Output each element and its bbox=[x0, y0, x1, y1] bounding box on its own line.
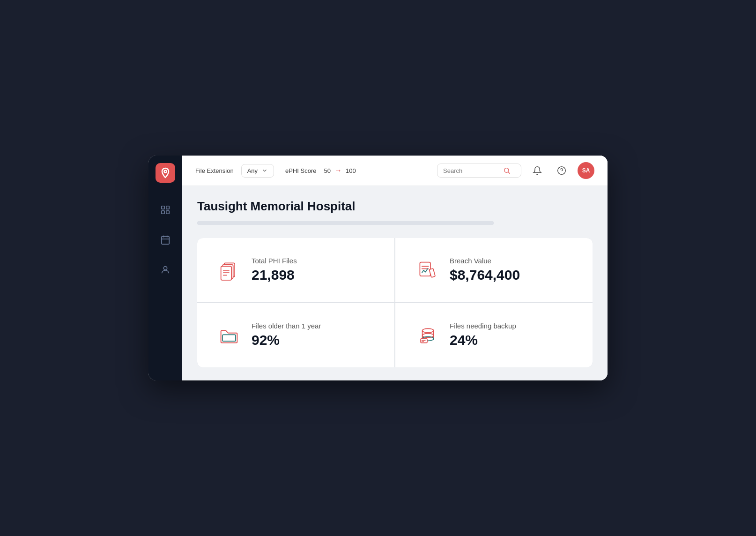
svg-rect-5 bbox=[162, 237, 170, 245]
page-title: Tausight Memorial Hospital bbox=[197, 199, 593, 214]
help-icon bbox=[557, 166, 566, 175]
stat-card-files-backup: Files needing backup 24% bbox=[395, 303, 593, 367]
stat-label-files-older: Files older than 1 year bbox=[252, 322, 321, 330]
ephi-score-label: ePHI Score bbox=[285, 167, 316, 174]
backup-icon bbox=[414, 322, 440, 349]
file-extension-label: File Extension bbox=[195, 167, 234, 174]
stat-label-breach: Breach Value bbox=[450, 257, 520, 265]
stat-card-total-phi-files: Total PHI Files 21,898 bbox=[197, 238, 394, 302]
ephi-max: 100 bbox=[346, 167, 356, 174]
stat-value-breach: $8,764,400 bbox=[450, 267, 520, 283]
sidebar-item-users[interactable] bbox=[156, 261, 175, 279]
notifications-button[interactable] bbox=[529, 162, 546, 179]
progress-bar bbox=[197, 221, 494, 225]
svg-point-26 bbox=[422, 328, 434, 333]
svg-rect-3 bbox=[162, 211, 164, 214]
stat-label-files-backup: Files needing backup bbox=[450, 322, 516, 330]
topbar-icons: SA bbox=[529, 162, 594, 179]
content-area: Tausight Memorial Hospital bbox=[182, 186, 608, 380]
stat-info-total-phi: Total PHI Files 21,898 bbox=[252, 257, 297, 283]
svg-point-12 bbox=[558, 167, 566, 175]
svg-rect-29 bbox=[421, 338, 427, 342]
stat-card-files-older: Files older than 1 year 92% bbox=[197, 303, 394, 367]
user-avatar[interactable]: SA bbox=[578, 162, 594, 179]
svg-rect-2 bbox=[166, 206, 169, 209]
ephi-range: 50 → 100 bbox=[324, 166, 356, 175]
search-icon bbox=[503, 167, 511, 174]
bell-icon bbox=[533, 166, 542, 175]
stat-info-breach: Breach Value $8,764,400 bbox=[450, 257, 520, 283]
topbar: File Extension Any ePHI Score 50 → 100 bbox=[182, 156, 608, 186]
search-box[interactable] bbox=[437, 164, 521, 178]
chevron-down-icon bbox=[261, 167, 268, 174]
sidebar bbox=[148, 156, 182, 380]
svg-rect-25 bbox=[222, 335, 236, 341]
stat-card-breach-value: Breach Value $8,764,400 bbox=[395, 238, 593, 302]
main-content: File Extension Any ePHI Score 50 → 100 bbox=[182, 156, 608, 380]
sidebar-item-dashboard[interactable] bbox=[156, 201, 175, 219]
stat-value-files-older: 92% bbox=[252, 332, 321, 349]
svg-point-9 bbox=[163, 267, 167, 270]
ephi-min: 50 bbox=[324, 167, 331, 174]
stat-info-files-older: Files older than 1 year 92% bbox=[252, 322, 321, 349]
file-extension-select[interactable]: Any bbox=[241, 164, 274, 178]
file-extension-value: Any bbox=[247, 167, 258, 174]
svg-rect-1 bbox=[162, 206, 164, 209]
stat-value-files-backup: 24% bbox=[450, 332, 516, 349]
help-button[interactable] bbox=[553, 162, 570, 179]
logo-button[interactable] bbox=[156, 163, 175, 183]
app-window: File Extension Any ePHI Score 50 → 100 bbox=[148, 156, 608, 380]
svg-point-0 bbox=[164, 171, 167, 173]
progress-bar-fill bbox=[197, 221, 494, 225]
svg-rect-20 bbox=[420, 262, 430, 275]
svg-line-11 bbox=[508, 172, 510, 174]
svg-point-10 bbox=[504, 168, 509, 172]
sidebar-nav bbox=[156, 201, 175, 279]
folder-icon bbox=[216, 322, 242, 349]
phi-files-icon bbox=[216, 257, 242, 283]
svg-rect-4 bbox=[166, 211, 169, 214]
sidebar-item-calendar[interactable] bbox=[156, 231, 175, 249]
stat-info-files-backup: Files needing backup 24% bbox=[450, 322, 516, 349]
stats-grid: Total PHI Files 21,898 bbox=[197, 238, 593, 367]
breach-icon bbox=[414, 257, 440, 283]
search-input[interactable] bbox=[443, 167, 499, 174]
arrow-right-icon: → bbox=[334, 166, 342, 175]
stat-value-total-phi: 21,898 bbox=[252, 267, 297, 283]
stat-label-total-phi: Total PHI Files bbox=[252, 257, 297, 265]
